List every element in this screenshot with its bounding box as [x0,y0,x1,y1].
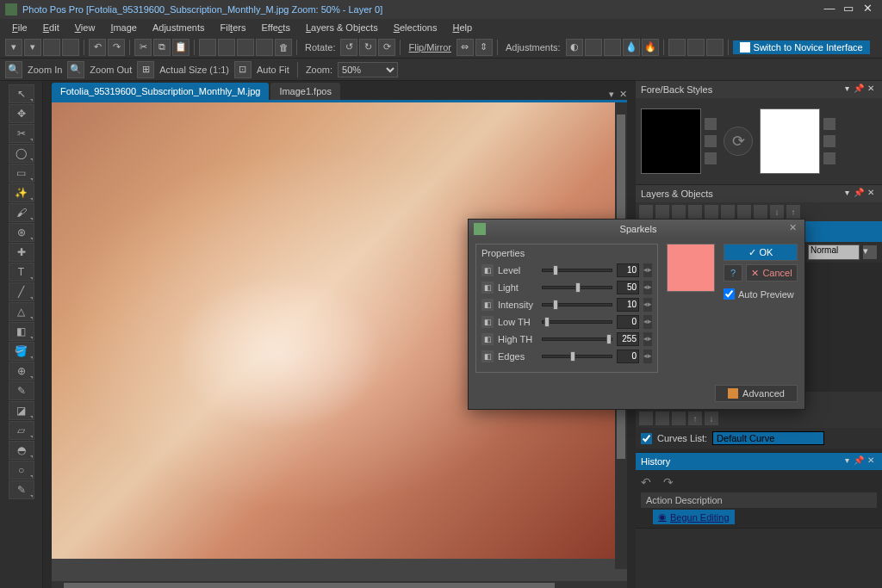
flame-icon[interactable]: 🔥 [642,39,659,56]
flip-v-icon[interactable]: ⇕ [475,39,493,56]
novice-button[interactable]: Switch to Novice Interface [733,40,870,54]
heal-tool[interactable]: ✚ [9,243,34,262]
rotate-ccw-icon[interactable]: ↺ [340,39,357,56]
swap-colors-icon[interactable]: ⟳ [724,127,753,156]
zoomin-icon[interactable]: 🔍 [5,61,22,78]
back-swatch[interactable] [760,108,820,174]
pointer-tool[interactable]: ↖ [9,84,34,103]
menu-adjustments[interactable]: Adjustments [146,21,212,34]
layer-flat-icon[interactable] [754,205,767,219]
panel-pin-icon[interactable]: 📌 [853,84,865,96]
crop-tool[interactable]: ✂ [9,124,34,143]
contrast-icon[interactable]: ◐ [566,39,583,56]
help-button[interactable]: ? [724,264,742,282]
dodge-tool[interactable]: ○ [9,461,34,480]
prop-slider[interactable] [542,286,612,289]
fill-tool[interactable]: 🪣 [9,342,34,361]
panel-menu-icon[interactable]: ▾ [841,84,853,96]
prop-value[interactable]: 255 [617,332,639,346]
wand-tool[interactable]: ✨ [9,183,34,202]
menu-file[interactable]: File [5,21,34,34]
menu-edit[interactable]: Edit [36,21,66,34]
flip-h-icon[interactable]: ⇔ [457,39,474,56]
doc-tab-active[interactable]: Fotolia_95319600_Subscription_Monthly_M.… [52,83,269,100]
save-icon[interactable] [43,39,60,56]
lasso-tool[interactable]: ◯ [9,144,34,163]
actual-label[interactable]: Actual Size (1:1) [159,65,229,75]
curve-up-icon[interactable]: ↑ [688,412,702,425]
cut-icon[interactable]: ✂ [134,39,152,56]
layer-fx-icon[interactable] [705,205,718,219]
move-tool[interactable]: ✥ [9,104,34,123]
undo-icon[interactable]: ↶ [89,39,106,56]
history-undo-icon[interactable]: ↶ [641,475,656,487]
rotate-cw-icon[interactable]: ↻ [359,39,376,56]
rotate-arb-icon[interactable]: ⟳ [378,39,395,56]
flip-label[interactable]: Flip/Mirror [408,42,451,53]
prop-slider[interactable] [542,269,612,272]
prop-stepper[interactable]: ◂▸ [643,332,652,346]
mask-icon[interactable] [218,39,235,56]
levels-icon[interactable] [604,39,621,56]
prop-slider[interactable] [542,337,612,341]
prop-value[interactable]: 0 [617,350,639,363]
menu-image[interactable]: Image [103,21,144,34]
curve-del-icon[interactable] [672,412,686,425]
history-pin-icon[interactable]: 📌 [853,455,865,467]
fore-opt2-icon[interactable] [705,135,717,147]
auto-preview-row[interactable]: Auto Preview [724,288,798,300]
zoomout-label[interactable]: Zoom Out [90,65,132,75]
marquee-tool[interactable]: ▭ [9,164,34,183]
layers-menu-icon[interactable]: ▾ [841,188,853,200]
back-opt3-icon[interactable] [823,152,835,164]
zoomin-label[interactable]: Zoom In [28,65,62,75]
new-icon[interactable]: ▾ [5,39,22,56]
zoomout-icon[interactable]: 🔍 [67,61,84,78]
prop-value[interactable]: 50 [617,281,639,294]
prop-value[interactable]: 10 [617,298,639,312]
doc-tab-inactive[interactable]: Image1.fpos [270,83,340,100]
actualsize-icon[interactable]: ⊞ [137,61,154,78]
drop-icon[interactable]: 💧 [623,39,640,56]
brush-icon[interactable] [256,39,273,56]
menu-view[interactable]: View [68,21,102,34]
picker-tool[interactable]: ✎ [9,480,34,499]
delete-icon[interactable]: 🗑 [275,39,292,56]
history-menu-icon[interactable]: ▾ [841,455,853,467]
curves-checkbox[interactable] [641,433,652,444]
layer-down-icon[interactable]: ↓ [770,205,784,219]
history-redo-icon[interactable]: ↷ [663,475,679,487]
curve-save-icon[interactable] [639,412,653,425]
ok-button[interactable]: ✓OK [724,244,798,261]
menu-selections[interactable]: Selections [387,21,444,34]
menu-filters[interactable]: Filters [214,21,253,34]
menu-help[interactable]: Help [445,21,479,34]
hue-icon[interactable] [585,39,602,56]
dialog-close-icon[interactable]: ✕ [786,222,799,236]
layer-up-icon[interactable]: ↑ [786,205,800,219]
prop-stepper[interactable]: ◂▸ [643,263,652,277]
brush-tool[interactable]: 🖌 [9,203,34,222]
menu-layers[interactable]: Layers & Objects [299,21,385,34]
minimize-button[interactable]: — [820,2,839,17]
curves-list-value[interactable]: Default Curve [712,431,824,445]
layer-folder-icon[interactable] [721,205,735,219]
shape-tool[interactable]: △ [9,302,34,321]
history-close-icon[interactable]: ✕ [865,455,877,467]
fore-swatch[interactable] [641,108,701,174]
color-preview[interactable] [667,244,715,292]
print-icon[interactable] [62,39,79,56]
adj2-icon[interactable] [687,39,705,56]
panel-close-icon[interactable]: ✕ [865,84,877,96]
tab-close-icon[interactable]: ✕ [619,89,627,100]
prop-slider[interactable] [542,355,612,358]
eraser2-tool[interactable]: ▱ [9,421,34,440]
scrollbar-horizontal[interactable] [52,581,627,588]
cancel-button[interactable]: ✕Cancel [746,264,798,282]
line-tool[interactable]: ╱ [9,282,34,301]
history-item[interactable]: ◉ Begun Editing [653,510,735,524]
copy-icon[interactable]: ⧉ [153,39,171,56]
prop-stepper[interactable]: ◂▸ [643,298,652,312]
paste-icon[interactable]: 📋 [172,39,189,56]
frame-icon[interactable] [237,39,254,56]
